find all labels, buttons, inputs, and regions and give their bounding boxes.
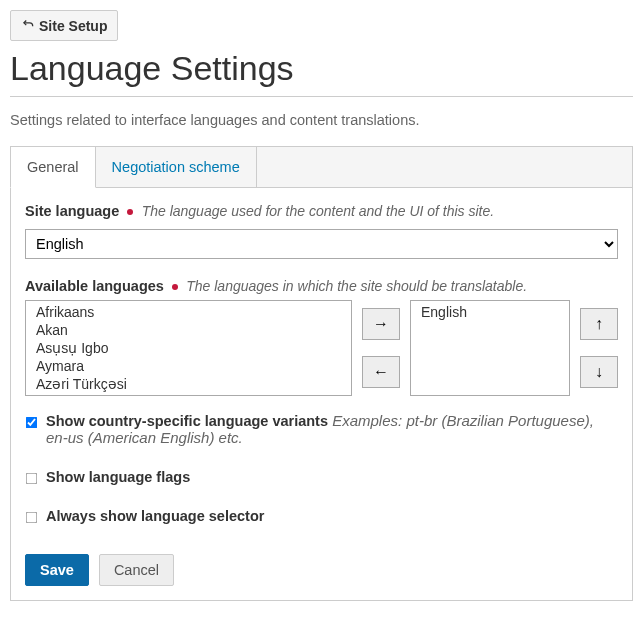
list-item[interactable]: English [411,303,569,321]
site-language-select[interactable]: English [25,229,618,259]
back-button-label: Site Setup [39,18,107,34]
available-languages-help: The languages in which the site should b… [186,278,527,294]
general-pane: Site language The language used for the … [10,187,633,601]
list-item[interactable]: Akan [26,321,351,339]
variants-label: Show country-specific language variants [46,413,328,429]
back-to-site-setup-button[interactable]: Site Setup [10,10,118,41]
variants-checkbox[interactable] [26,417,38,429]
tab-negotiation-scheme[interactable]: Negotiation scheme [95,146,257,188]
language-transfer-widget: Afrikaans Akan Asụsụ Igbo Aymara Azəri T… [25,300,618,396]
tab-negotiation-label: Negotiation scheme [112,159,240,175]
flags-option: Show language flags [25,468,618,485]
available-languages-source-list[interactable]: Afrikaans Akan Asụsụ Igbo Aymara Azəri T… [25,300,352,396]
site-language-field: Site language The language used for the … [25,202,618,219]
site-language-label: Site language [25,203,119,219]
tab-general-label: General [27,159,79,175]
flags-checkbox[interactable] [26,473,38,485]
always-selector-checkbox[interactable] [26,512,38,524]
required-dot-icon [127,209,133,215]
title-divider [10,96,633,97]
available-languages-field: Available languages The languages in whi… [25,277,618,294]
list-item[interactable]: Asụsụ Igbo [26,339,351,357]
always-selector-label: Always show language selector [46,508,264,524]
list-item[interactable]: Aymara [26,357,351,375]
list-item[interactable]: Afrikaans [26,303,351,321]
move-left-button[interactable]: ← [362,356,400,388]
flags-label: Show language flags [46,469,190,485]
form-actions: Save Cancel [25,554,618,586]
available-languages-label: Available languages [25,278,164,294]
available-languages-target-list[interactable]: English [410,300,570,396]
tabs-bar: General Negotiation scheme [10,146,633,188]
move-right-button[interactable]: → [362,308,400,340]
required-dot-icon [172,284,178,290]
site-language-help: The language used for the content and th… [142,203,495,219]
arrow-up-icon: ↑ [595,315,603,333]
move-down-button[interactable]: ↓ [580,356,618,388]
arrow-down-icon: ↓ [595,363,603,381]
arrow-right-icon: → [373,315,389,333]
list-item[interactable]: Azəri Türkçəsi [26,375,351,393]
return-icon [21,17,35,34]
tab-general[interactable]: General [10,146,96,188]
reorder-buttons: ↑ ↓ [580,300,618,396]
cancel-button[interactable]: Cancel [99,554,174,586]
move-up-button[interactable]: ↑ [580,308,618,340]
transfer-buttons: → ← [362,300,400,396]
save-button[interactable]: Save [25,554,89,586]
arrow-left-icon: ← [373,363,389,381]
always-selector-option: Always show language selector [25,507,618,524]
page-description: Settings related to interface languages … [10,112,633,128]
variants-option: Show country-specific language variants … [25,412,618,446]
page-title: Language Settings [10,49,633,88]
